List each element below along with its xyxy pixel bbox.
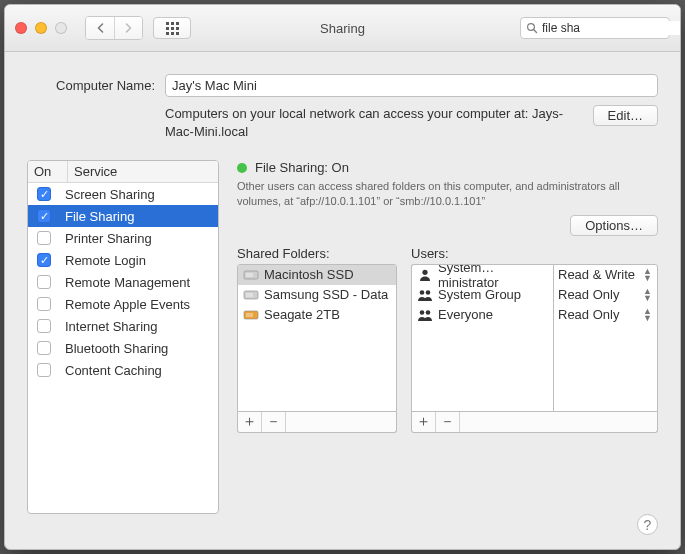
status-description: Other users can access shared folders on…: [237, 179, 658, 209]
help-button[interactable]: ?: [637, 514, 658, 535]
nav-buttons: [85, 16, 143, 40]
group-icon: [417, 288, 433, 302]
content: Computer Name: Computers on your local n…: [5, 52, 680, 549]
computer-name-subtext: Computers on your local network can acce…: [165, 105, 583, 140]
folder-row[interactable]: Macintosh SSD: [238, 265, 396, 285]
svg-rect-7: [246, 313, 253, 317]
service-label: Internet Sharing: [65, 319, 158, 334]
computer-name-label: Computer Name:: [27, 74, 155, 93]
service-checkbox[interactable]: [37, 209, 51, 223]
back-button[interactable]: [86, 17, 114, 39]
service-row[interactable]: File Sharing: [28, 205, 218, 227]
service-label: Printer Sharing: [65, 231, 152, 246]
status-label: File Sharing: On: [255, 160, 349, 175]
stepper-icon: ▲▼: [643, 308, 651, 321]
add-user-button[interactable]: ＋: [412, 412, 436, 432]
svg-line-1: [534, 30, 537, 33]
edit-button[interactable]: Edit…: [593, 105, 658, 126]
minimize-button[interactable]: [35, 22, 47, 34]
service-row[interactable]: Screen Sharing: [28, 183, 218, 205]
remove-folder-button[interactable]: －: [262, 412, 286, 432]
search-icon: [526, 22, 538, 34]
service-label: Screen Sharing: [65, 187, 155, 202]
window-controls: [15, 22, 67, 34]
remove-user-button[interactable]: －: [436, 412, 460, 432]
service-checkbox[interactable]: [37, 231, 51, 245]
close-button[interactable]: [15, 22, 27, 34]
service-row[interactable]: Internet Sharing: [28, 315, 218, 337]
services-header: On Service: [28, 161, 218, 183]
search-input[interactable]: [538, 21, 681, 35]
service-label: Remote Apple Events: [65, 297, 190, 312]
add-folder-button[interactable]: ＋: [238, 412, 262, 432]
titlebar: Sharing ✕: [5, 5, 680, 52]
svg-point-8: [422, 269, 427, 274]
service-row[interactable]: Printer Sharing: [28, 227, 218, 249]
service-row[interactable]: Remote Management: [28, 271, 218, 293]
service-label: Content Caching: [65, 363, 162, 378]
service-checkbox[interactable]: [37, 187, 51, 201]
service-row[interactable]: Remote Login: [28, 249, 218, 271]
user-row[interactable]: System…ministrator: [412, 265, 553, 285]
stepper-icon: ▲▼: [643, 288, 651, 301]
detail-pane: File Sharing: On Other users can access …: [237, 160, 658, 514]
shared-folders-title: Shared Folders:: [237, 246, 397, 261]
options-button[interactable]: Options…: [570, 215, 658, 236]
service-label: File Sharing: [65, 209, 134, 224]
folder-row[interactable]: Seagate 2TB: [238, 305, 396, 325]
user-label: System…ministrator: [438, 264, 548, 290]
user-label: System Group: [438, 287, 521, 302]
svg-rect-3: [246, 273, 253, 277]
permissions-list[interactable]: Read & Write▲▼Read Only▲▼Read Only▲▼: [553, 264, 658, 412]
permission-label: Read Only: [558, 307, 619, 322]
stepper-icon: ▲▼: [643, 268, 651, 281]
service-checkbox[interactable]: [37, 297, 51, 311]
computer-name-input[interactable]: [165, 74, 658, 97]
folders-addremove: ＋ －: [237, 412, 397, 433]
users-panel: Users: System…ministratorSystem GroupEve…: [411, 246, 658, 433]
grid-icon: [166, 22, 179, 35]
col-service[interactable]: Service: [68, 161, 218, 182]
permission-select[interactable]: Read Only▲▼: [554, 285, 657, 305]
service-checkbox[interactable]: [37, 275, 51, 289]
service-checkbox[interactable]: [37, 341, 51, 355]
folder-label: Seagate 2TB: [264, 307, 340, 322]
service-row[interactable]: Bluetooth Sharing: [28, 337, 218, 359]
svg-point-10: [426, 290, 431, 295]
user-row[interactable]: Everyone: [412, 305, 553, 325]
forward-button[interactable]: [114, 17, 142, 39]
group-icon: [417, 308, 433, 322]
status-indicator-icon: [237, 163, 247, 173]
folder-row[interactable]: Samsung SSD - Data: [238, 285, 396, 305]
show-all-button[interactable]: [153, 17, 191, 39]
service-checkbox[interactable]: [37, 363, 51, 377]
svg-point-9: [420, 290, 425, 295]
computer-name-row: Computer Name:: [27, 74, 658, 97]
service-checkbox[interactable]: [37, 253, 51, 267]
disk-icon: [243, 288, 259, 302]
status-row: File Sharing: On: [237, 160, 658, 175]
folder-label: Samsung SSD - Data: [264, 287, 388, 302]
users-title: Users:: [411, 246, 658, 261]
shared-folders-panel: Shared Folders: Macintosh SSDSamsung SSD…: [237, 246, 397, 433]
service-row[interactable]: Remote Apple Events: [28, 293, 218, 315]
svg-rect-5: [246, 293, 253, 297]
col-on[interactable]: On: [28, 161, 68, 182]
service-checkbox[interactable]: [37, 319, 51, 333]
sharing-prefpane-window: Sharing ✕ Computer Name: Computers on yo…: [4, 4, 681, 550]
services-table: On Service Screen SharingFile SharingPri…: [27, 160, 219, 514]
zoom-button[interactable]: [55, 22, 67, 34]
service-row[interactable]: Content Caching: [28, 359, 218, 381]
svg-point-12: [426, 310, 431, 315]
service-label: Remote Login: [65, 253, 146, 268]
permission-select[interactable]: Read Only▲▼: [554, 305, 657, 325]
services-list[interactable]: Screen SharingFile SharingPrinter Sharin…: [28, 183, 218, 513]
search-field[interactable]: ✕: [520, 17, 670, 39]
folder-label: Macintosh SSD: [264, 267, 354, 282]
users-list[interactable]: System…ministratorSystem GroupEveryone: [411, 264, 553, 412]
shared-folders-list[interactable]: Macintosh SSDSamsung SSD - DataSeagate 2…: [237, 264, 397, 412]
permission-label: Read & Write: [558, 267, 635, 282]
users-addremove: ＋ －: [411, 412, 658, 433]
permission-select[interactable]: Read & Write▲▼: [554, 265, 657, 285]
svg-point-11: [420, 310, 425, 315]
